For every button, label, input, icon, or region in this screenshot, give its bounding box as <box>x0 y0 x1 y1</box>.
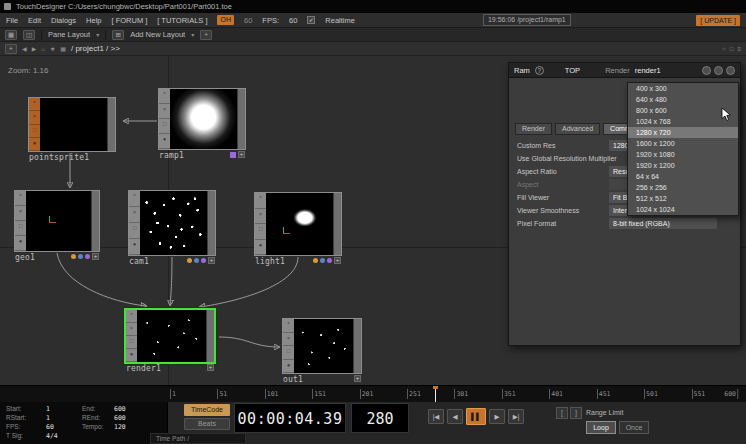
lock-flag-icon[interactable]: ● <box>283 360 294 374</box>
node-viewer[interactable] <box>294 319 353 373</box>
once-button[interactable]: Once <box>619 421 649 434</box>
target-icon[interactable] <box>726 66 735 75</box>
node-render1[interactable]: * × □ ● render1 + <box>124 308 216 364</box>
node-cam1[interactable]: * × □ ● cam1 + <box>128 190 216 256</box>
realtime-checkbox[interactable]: ✓ <box>307 16 315 24</box>
tab-render[interactable]: Render <box>515 123 552 135</box>
viewer-flag-icon[interactable]: * <box>283 319 294 333</box>
realtime-label[interactable]: Realtime <box>325 16 355 25</box>
pause-button[interactable]: ▌▌ <box>466 408 486 425</box>
breadcrumb[interactable]: / project1 / >> <box>71 44 120 53</box>
bookmark-star-icon[interactable]: ★ <box>50 45 55 52</box>
lock-flag-icon[interactable]: ● <box>126 349 137 362</box>
jump-to-start-button[interactable]: |◀ <box>428 409 444 424</box>
node-viewer[interactable] <box>266 193 333 255</box>
play-forward-button[interactable]: ▶ <box>489 409 505 424</box>
node-out1[interactable]: * × □ ● out1 + <box>282 318 362 374</box>
clone-flag-icon[interactable]: × <box>255 209 266 225</box>
current-frame-display[interactable]: 280 <box>351 403 409 433</box>
clone-flag-icon[interactable]: × <box>159 104 170 119</box>
display-flag[interactable] <box>230 152 236 158</box>
clone-flag-icon[interactable]: × <box>283 333 294 347</box>
dropdown-option[interactable]: 1024 x 768 <box>628 116 738 127</box>
render-flag[interactable] <box>187 258 192 263</box>
dropdown-option[interactable]: 1600 x 1200 <box>628 138 738 149</box>
viewer-flag-icon[interactable]: * <box>29 98 40 111</box>
resize-handle[interactable]: + <box>92 253 99 260</box>
lock-flag-icon[interactable]: ● <box>129 239 140 255</box>
viewer-circle-icon[interactable]: ○ <box>722 46 726 52</box>
update-button[interactable]: [ UPDATE ] <box>696 15 740 26</box>
pickable-flag[interactable] <box>201 258 206 263</box>
viewer-flag-icon[interactable]: * <box>159 89 170 104</box>
forum-link[interactable]: [ FORUM ] <box>111 16 147 25</box>
node-output-connector[interactable] <box>237 89 245 149</box>
bypass-flag-icon[interactable]: □ <box>283 346 294 360</box>
node-ramp1[interactable]: * × □ ● ramp1 + <box>158 88 246 150</box>
playhead[interactable] <box>435 386 436 402</box>
pane-preset-icon[interactable]: ⊞ <box>112 30 124 40</box>
options-lines-icon[interactable]: ≡ <box>737 46 741 52</box>
beats-mode-button[interactable]: Beats <box>184 418 230 430</box>
node-geo1[interactable]: * × □ ● geo1 + <box>14 190 100 252</box>
resize-handle[interactable]: + <box>207 364 214 371</box>
op-node-name[interactable]: render1 <box>635 66 661 75</box>
bypass-flag-icon[interactable]: □ <box>15 221 26 236</box>
bypass-flag-icon[interactable]: □ <box>29 125 40 138</box>
timecode-mode-button[interactable]: TimeCode <box>184 404 230 416</box>
resize-handle[interactable]: + <box>354 375 361 382</box>
add-new-layout-menu[interactable]: Add New Layout <box>130 30 185 39</box>
viewer-flag-icon[interactable]: * <box>129 191 140 207</box>
node-output-connector[interactable] <box>353 319 361 373</box>
render-flag[interactable] <box>71 254 76 259</box>
dropdown-option[interactable]: 800 x 600 <box>628 105 738 116</box>
op-family-label[interactable]: TOP <box>565 66 580 75</box>
dropdown-option[interactable]: 256 x 256 <box>628 182 738 193</box>
pane-layout-menu[interactable]: Pane Layout <box>48 30 90 39</box>
tutorials-link[interactable]: [ TUTORIALS ] <box>157 16 207 25</box>
rend-value[interactable]: 600 <box>114 414 126 422</box>
node-output-connector[interactable] <box>207 191 215 255</box>
node-viewer[interactable] <box>40 98 107 151</box>
menu-file[interactable]: File <box>6 16 18 25</box>
grid-icon[interactable]: ▦ <box>60 45 66 52</box>
menu-dialogs[interactable]: Dialogs <box>51 16 76 25</box>
resize-handle[interactable]: + <box>208 257 215 264</box>
clone-flag-icon[interactable]: × <box>29 111 40 124</box>
timeline-track[interactable]: 1 51 101 151 201 251 301 351 401 451 501… <box>170 386 738 402</box>
lock-flag-icon[interactable]: ● <box>255 240 266 256</box>
bypass-flag-icon[interactable]: □ <box>255 224 266 240</box>
clone-flag-icon[interactable]: × <box>126 323 137 336</box>
viewer-square-icon[interactable]: □ <box>730 46 734 52</box>
clone-flag-icon[interactable]: × <box>15 206 26 221</box>
oh-toggle[interactable]: OH <box>217 15 234 25</box>
timeline-ruler[interactable]: 1 51 101 151 201 251 301 351 401 451 501… <box>0 385 746 402</box>
display-flag[interactable] <box>194 258 199 263</box>
help-icon[interactable]: ? <box>535 66 544 75</box>
lock-flag-icon[interactable]: ● <box>159 134 170 149</box>
dropdown-option-selected[interactable]: 1280 x 720 <box>628 127 738 138</box>
node-viewer[interactable] <box>140 191 207 255</box>
fps-value[interactable]: 60 <box>46 423 54 431</box>
bypass-flag-icon[interactable]: □ <box>126 336 137 349</box>
viewer-flag-icon[interactable]: * <box>255 193 266 209</box>
lock-flag-icon[interactable]: ● <box>15 236 26 251</box>
node-output-connector[interactable] <box>107 98 115 151</box>
end-value[interactable]: 600 <box>114 405 126 413</box>
op-name-field[interactable]: Ram <box>514 66 530 75</box>
display-flag[interactable] <box>78 254 83 259</box>
resize-handle[interactable]: + <box>334 257 341 264</box>
resize-handle[interactable]: + <box>238 151 245 158</box>
copy-icon[interactable] <box>714 66 723 75</box>
forward-icon[interactable]: ▶ <box>32 45 37 52</box>
dropdown-option[interactable]: 400 x 300 <box>628 83 738 94</box>
node-output-connector[interactable] <box>206 310 214 362</box>
display-flag[interactable] <box>320 258 325 263</box>
time-path-tab[interactable]: Time Path / <box>150 433 246 444</box>
chevron-down-icon[interactable]: ▾ <box>191 31 194 38</box>
node-viewer[interactable] <box>170 89 237 149</box>
back-icon[interactable]: ◀ <box>22 45 27 52</box>
tempo-value[interactable]: 120 <box>114 423 126 431</box>
pickable-flag[interactable] <box>327 258 332 263</box>
node-output-connector[interactable] <box>333 193 341 255</box>
